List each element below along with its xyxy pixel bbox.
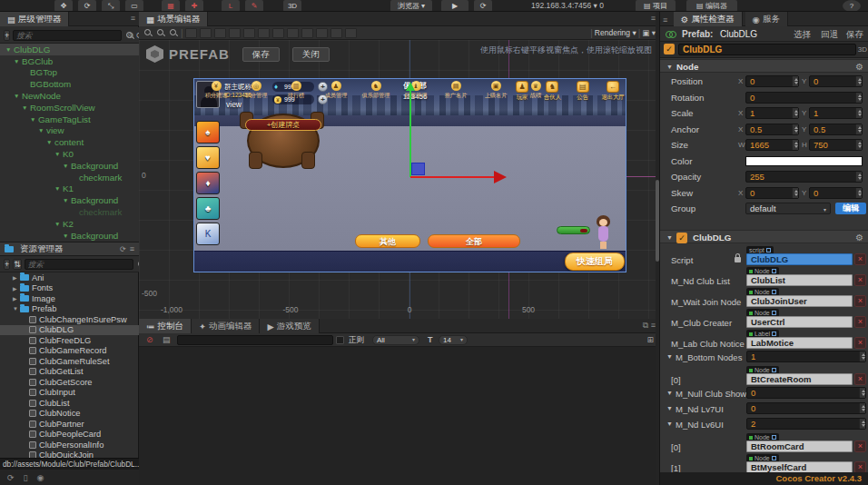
spinner[interactable] [792, 140, 798, 150]
count-input[interactable]: 1 [746, 351, 866, 362]
spinner[interactable] [855, 93, 862, 103]
preview-target-dropdown[interactable]: 浏览器 ▾ [390, 0, 432, 12]
hierarchy-node-background[interactable]: ▼Background [0, 160, 139, 172]
tab-console[interactable]: ≔控制台 [139, 319, 192, 333]
hierarchy-node-k1[interactable]: ▼K1 [0, 183, 139, 195]
value-input[interactable]: 0 [745, 187, 799, 199]
asset-clubnotice[interactable]: ▶ClubNotice [0, 409, 139, 420]
zoom-reset-icon[interactable] [168, 27, 179, 38]
rendering-dropdown[interactable]: Rendering ▾ [595, 28, 636, 37]
asset-clubgamerecord[interactable]: ▶ClubGameRecord [0, 346, 139, 357]
scale-tool-icon[interactable]: ⤡ [102, 0, 120, 12]
spinner[interactable] [792, 108, 798, 118]
count-input[interactable]: 0 [746, 402, 866, 414]
asset-image[interactable]: ▶Image [0, 293, 139, 304]
filter-other-button[interactable]: 其他 [355, 234, 420, 248]
console-log-area[interactable] [139, 347, 659, 485]
spinner[interactable] [855, 172, 862, 182]
remove-ref-button[interactable]: × [854, 274, 866, 286]
expand-arrow-icon[interactable]: ▼ [14, 93, 22, 99]
value-input[interactable]: 750 [809, 139, 863, 151]
count-input[interactable]: 0 [746, 387, 866, 399]
spinner[interactable] [859, 419, 865, 429]
component-enabled-checkbox[interactable]: ✓ [676, 233, 687, 243]
gizmo-x-axis[interactable] [410, 176, 494, 178]
assets-menu-icon[interactable]: ≡ [130, 244, 134, 253]
expand-arrow-icon[interactable]: ▼ [54, 151, 63, 157]
hierarchy-node-view[interactable]: ▼view [0, 125, 139, 137]
scene-tool-icon[interactable] [258, 28, 270, 38]
spinner[interactable] [855, 124, 862, 134]
prefab-save-button[interactable]: 保存 [242, 47, 280, 62]
node-active-checkbox[interactable]: ✓ [664, 44, 675, 54]
game-type-tile-2[interactable]: ♦ [196, 172, 220, 194]
local-coord-icon[interactable]: L [222, 0, 240, 12]
remove-ref-button[interactable]: × [854, 373, 866, 385]
tab-hierarchy[interactable]: ▤层级管理器 [0, 12, 69, 26]
scene-tool-icon[interactable] [272, 28, 284, 38]
value-input[interactable]: 255 [745, 171, 863, 183]
console-filter-input[interactable] [177, 335, 333, 345]
club-top-button-3[interactable]: ←退出大厅 [599, 81, 626, 102]
group-dropdown[interactable]: default▾ [745, 203, 831, 214]
scene-tool-icon[interactable] [316, 28, 328, 38]
game-type-tile-4[interactable]: K [196, 223, 220, 245]
panel-menu-icon[interactable]: ≡ [131, 14, 135, 23]
hierarchy-node-roomscrollview[interactable]: ▼RoomScrollView [0, 102, 139, 114]
expand-arrow-icon[interactable]: ▼ [666, 353, 673, 360]
assets-search-input[interactable] [25, 259, 133, 270]
prefab-close-button[interactable]: 关闭 [292, 47, 330, 62]
prefab-save-button[interactable]: 保存 [846, 29, 863, 41]
scene-tool-icon[interactable] [330, 28, 342, 38]
club-button-3[interactable]: ♟成员管理 [318, 81, 354, 100]
expand-arrow-icon[interactable]: ▶ [13, 295, 20, 302]
panel-menu-icon[interactable]: ≡ [660, 13, 671, 27]
scene-tool-icon[interactable] [301, 28, 313, 38]
ref-field[interactable]: BtMyselfCard [746, 461, 853, 472]
spinner[interactable] [859, 351, 865, 361]
club-button-8[interactable]: ♛战绩 [518, 81, 554, 100]
tab-services[interactable]: ◉服务 [745, 12, 788, 26]
spinner[interactable] [855, 108, 862, 118]
mode-3d-button[interactable]: 3D [283, 0, 301, 12]
ref-field[interactable]: BtRoomCard [746, 440, 853, 452]
expand-arrow-icon[interactable]: ▼ [14, 58, 22, 64]
asset-clubgetscore[interactable]: ▶ClubGetScore [0, 377, 139, 388]
create-table-button[interactable]: +创建牌桌 [245, 119, 321, 131]
assets-refresh-icon[interactable]: ⟳ [120, 245, 126, 253]
scene-tool-icon[interactable] [214, 28, 226, 38]
group-edit-button[interactable]: 编辑 [835, 203, 866, 214]
hierarchy-node-content[interactable]: ▼content [0, 136, 139, 148]
count-input[interactable]: 2 [746, 418, 866, 430]
inspector-scrollbar[interactable] [656, 12, 659, 485]
font-size-dropdown[interactable]: 14▾ [439, 335, 468, 345]
color-swatch[interactable] [745, 156, 863, 166]
club-button-6[interactable]: ▤推广名片 [438, 81, 474, 100]
expand-arrow-icon[interactable]: ▼ [46, 139, 54, 145]
value-input[interactable]: 1 [745, 107, 799, 119]
ref-field[interactable]: LabMotice [746, 337, 853, 349]
ref-field[interactable]: ClubList [746, 274, 853, 286]
scene-tool-icon[interactable] [287, 28, 299, 38]
spinner[interactable] [859, 403, 865, 413]
spinner[interactable] [792, 76, 798, 86]
tab-scene-editor[interactable]: ▦场景编辑器 [139, 12, 208, 26]
value-input[interactable]: 0 [745, 92, 863, 104]
hierarchy-node-bgclub[interactable]: ▼BGClub [0, 55, 139, 67]
spinner[interactable] [859, 388, 865, 398]
remove-ref-button[interactable]: × [854, 316, 866, 328]
refresh-button[interactable]: ⟳ [474, 0, 492, 12]
gizmo-position-icon[interactable]: ▦ [162, 0, 180, 12]
eye-icon[interactable]: ◉ [37, 473, 44, 482]
asset-prefab[interactable]: ▼Prefab [0, 304, 139, 315]
expand-arrow-icon[interactable]: ▼ [30, 116, 38, 123]
hierarchy-search-input[interactable] [13, 30, 122, 41]
asset-clublist[interactable]: ▶ClubList [0, 398, 139, 409]
value-input[interactable]: 0 [745, 75, 799, 87]
scene-tool-icon[interactable] [185, 28, 197, 38]
spinner[interactable] [792, 124, 798, 134]
spinner[interactable] [855, 140, 862, 150]
hierarchy-node-checkmark[interactable]: ▼checkmark [0, 172, 139, 183]
hierarchy-node-bgtop[interactable]: ▼BGTop [0, 67, 139, 79]
hierarchy-node-background[interactable]: ▼Background [0, 194, 139, 206]
